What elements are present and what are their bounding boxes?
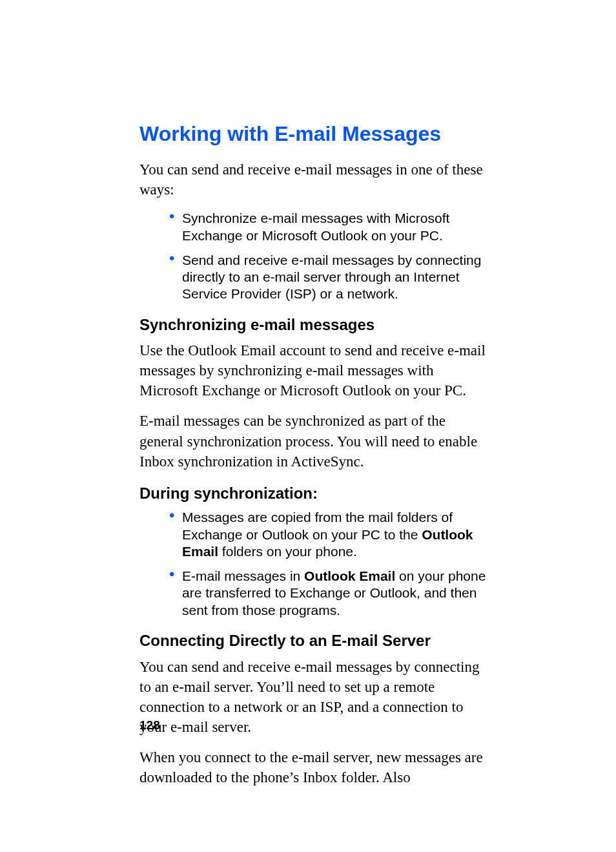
during-bullet-list: Messages are copied from the mail folder…: [139, 509, 487, 619]
bullet-text: E-mail messages in: [182, 568, 304, 583]
connect-paragraph-2: When you connect to the e-mail server, n…: [139, 747, 487, 787]
intro-bullet-list: Synchronize e-mail messages with Microso…: [139, 210, 487, 302]
subhead-synchronizing: Synchronizing e-mail messages: [139, 316, 487, 335]
sync-paragraph-1: Use the Outlook Email account to send an…: [139, 340, 487, 400]
connect-paragraph-1: You can send and receive e-mail messages…: [139, 657, 487, 737]
page: Working with E-mail Messages You can sen…: [0, 0, 616, 852]
list-item: E-mail messages in Outlook Email on your…: [139, 568, 487, 619]
list-item: Messages are copied from the mail folder…: [139, 509, 487, 560]
bold-text: Outlook Email: [304, 568, 395, 583]
subhead-connecting: Connecting Directly to an E-mail Server: [139, 632, 487, 650]
intro-paragraph: You can send and receive e-mail messages…: [139, 160, 487, 200]
list-item: Synchronize e-mail messages with Microso…: [139, 210, 487, 244]
list-item: Send and receive e-mail messages by conn…: [139, 252, 487, 303]
bullet-text: Messages are copied from the mail folder…: [182, 510, 453, 541]
subhead-during-sync: During synchronization:: [139, 484, 487, 503]
page-number: 128: [139, 718, 160, 733]
sync-paragraph-2: E-mail messages can be synchronized as p…: [139, 411, 487, 471]
bullet-text: folders on your phone.: [218, 544, 357, 559]
section-title: Working with E-mail Messages: [139, 123, 487, 145]
